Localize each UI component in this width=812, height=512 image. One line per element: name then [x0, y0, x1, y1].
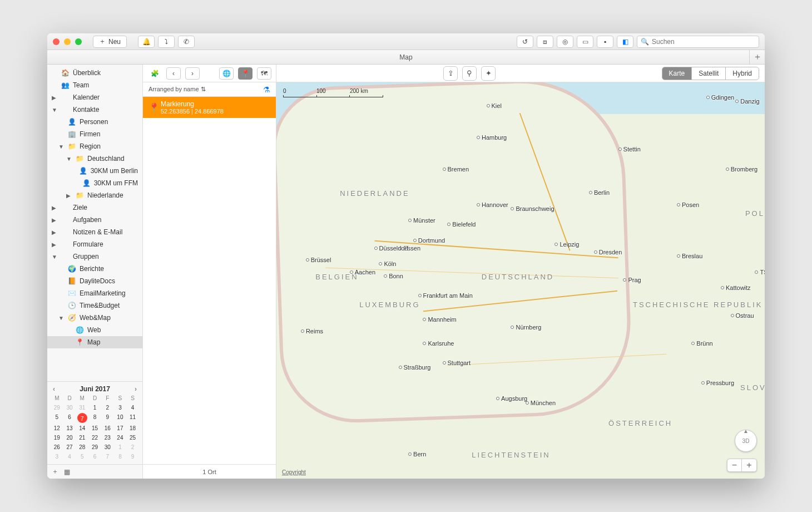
sidebar-item-formulare[interactable]: ▶Formulare: [47, 238, 142, 250]
cal-day[interactable]: 8: [114, 452, 127, 461]
new-button[interactable]: ＋ Neu: [93, 36, 127, 48]
cal-day[interactable]: 5: [76, 452, 88, 461]
sidebar-item-deutschland[interactable]: ▼📁Deutschland: [47, 152, 142, 165]
cal-day[interactable]: 2: [126, 443, 139, 451]
cal-prev[interactable]: ‹: [51, 385, 57, 393]
cal-day[interactable]: 8: [88, 413, 101, 423]
cal-day[interactable]: 6: [88, 452, 101, 461]
sidebar-item-30km-um-ffm[interactable]: 👤30KM um FFM: [47, 177, 142, 189]
minimize-window[interactable]: [64, 38, 71, 45]
sidebar-item-notizen-e-mail[interactable]: ▶Notizen & E-Mail: [47, 226, 142, 238]
map-segment-hybrid[interactable]: Hybrid: [725, 67, 759, 80]
panel-toggle[interactable]: ◧: [617, 36, 633, 48]
map-segment-karte[interactable]: Karte: [662, 67, 692, 80]
sidebar-item-firmen[interactable]: 🏢Firmen: [47, 128, 142, 140]
cal-day[interactable]: 11: [126, 413, 139, 423]
cal-day[interactable]: 19: [51, 434, 63, 442]
list-row[interactable]: 📍Markierung52.263856 | 24.866978: [143, 97, 276, 118]
cal-next[interactable]: ›: [132, 385, 139, 393]
drop-pin-button[interactable]: ⚲: [462, 66, 477, 81]
map-type-segment[interactable]: KarteSatellitHybrid: [662, 67, 759, 80]
cal-day[interactable]: 22: [88, 434, 101, 442]
cal-day[interactable]: 13: [63, 424, 76, 432]
cal-day[interactable]: 29: [51, 403, 63, 412]
copyright-link[interactable]: Copyright: [282, 469, 306, 475]
nav-forward[interactable]: ›: [185, 67, 200, 80]
cal-day[interactable]: 16: [101, 424, 114, 432]
cal-day[interactable]: 6: [63, 413, 76, 423]
share-button[interactable]: ⇪: [443, 66, 458, 81]
zoom-window[interactable]: [75, 38, 82, 45]
app-icon[interactable]: 🧩: [147, 67, 162, 80]
globe-view[interactable]: 🌐: [219, 67, 234, 80]
sidebar-item-niederlande[interactable]: ▶📁Niederlande: [47, 189, 142, 201]
sidebar-item-berichte[interactable]: 🌍Berichte: [47, 263, 142, 275]
cal-day[interactable]: 7: [101, 452, 114, 461]
cal-day[interactable]: 4: [63, 452, 76, 461]
search-field[interactable]: 🔍: [637, 36, 759, 48]
sidebar-item-web-map[interactable]: ▼🧭Web&Map: [47, 312, 142, 324]
cal-day[interactable]: 20: [63, 434, 76, 442]
search-input[interactable]: [652, 38, 755, 46]
sidebar-item-team[interactable]: 👥Team: [47, 79, 142, 91]
cal-day[interactable]: 4: [126, 403, 139, 412]
cal-day[interactable]: 7: [77, 413, 87, 423]
cal-day[interactable]: 15: [88, 424, 101, 432]
cal-day[interactable]: 5: [51, 413, 63, 423]
cal-day[interactable]: 2: [101, 403, 114, 412]
zoom-in[interactable]: +: [742, 459, 756, 471]
cal-day[interactable]: 1: [114, 443, 127, 451]
sidebar-item-time-budget[interactable]: 🕒Time&Budget: [47, 299, 142, 312]
map-segment-satellit[interactable]: Satellit: [691, 67, 725, 80]
cal-day[interactable]: 18: [126, 424, 139, 432]
cal-day[interactable]: 12: [51, 424, 63, 432]
zoom-out[interactable]: −: [727, 459, 742, 471]
cal-day[interactable]: 21: [76, 434, 88, 442]
cal-day[interactable]: 24: [114, 434, 127, 442]
sidebar-item-web[interactable]: 🌐Web: [47, 324, 142, 336]
sidebar-item-aufgaben[interactable]: ▶Aufgaben: [47, 214, 142, 226]
tool-1[interactable]: ↺: [517, 36, 533, 48]
sidebar-item-kalender[interactable]: ▶Kalender: [47, 91, 142, 104]
target-icon[interactable]: ◎: [557, 36, 573, 48]
cal-day[interactable]: 9: [126, 452, 139, 461]
notifications-button[interactable]: 🔔: [138, 36, 155, 48]
pin-view[interactable]: 📍: [238, 67, 252, 80]
cal-day[interactable]: 3: [114, 403, 127, 412]
cal-day[interactable]: 30: [101, 443, 114, 451]
map-view[interactable]: 🗺: [257, 67, 271, 80]
sidebar-item-map[interactable]: 📍Map: [47, 336, 142, 348]
sidebar-item-emailmarketing[interactable]: ✉️EmailMarketing: [47, 287, 142, 299]
cal-day[interactable]: 25: [126, 434, 139, 442]
cal-day[interactable]: 9: [101, 413, 114, 423]
locate-button[interactable]: ✦: [481, 66, 496, 81]
sidebar-item-ziele[interactable]: ▶Ziele: [47, 201, 142, 214]
cal-day[interactable]: 23: [101, 434, 114, 442]
sidebar-item-daylitedocs[interactable]: 📙DayliteDocs: [47, 275, 142, 287]
cal-day[interactable]: 17: [114, 424, 127, 432]
cal-day[interactable]: 26: [51, 443, 63, 451]
calendar-day-icon[interactable]: ⧈: [537, 36, 553, 48]
filter-icon[interactable]: ⚗: [263, 85, 270, 94]
add-button[interactable]: ＋: [52, 467, 58, 476]
incoming-call-button[interactable]: ⤵: [158, 36, 175, 48]
sort-bar[interactable]: Arranged by name ⇅ ⚗: [143, 82, 276, 97]
sidebar-item--berblick[interactable]: 🏠Überblick: [47, 67, 142, 79]
save-icon[interactable]: ▪: [597, 36, 613, 48]
call-button[interactable]: ✆: [178, 36, 195, 48]
cal-day[interactable]: 27: [63, 443, 76, 451]
display-icon[interactable]: ▭: [577, 36, 593, 48]
new-tab-button[interactable]: ＋: [749, 50, 765, 64]
sidebar-item-personen[interactable]: 👤Personen: [47, 116, 142, 128]
cal-day[interactable]: 14: [76, 424, 88, 432]
cal-day[interactable]: 29: [88, 443, 101, 451]
cal-day[interactable]: 31: [76, 403, 88, 412]
sidebar-item-region[interactable]: ▼📁Region: [47, 140, 142, 152]
compass-3d[interactable]: 3D: [735, 430, 757, 452]
cal-day[interactable]: 30: [63, 403, 76, 412]
cal-day[interactable]: 28: [76, 443, 88, 451]
grid-view-button[interactable]: ▦: [64, 468, 70, 476]
cal-day[interactable]: 1: [88, 403, 101, 412]
sidebar-item-gruppen[interactable]: ▼Gruppen: [47, 250, 142, 263]
cal-day[interactable]: 10: [114, 413, 127, 423]
